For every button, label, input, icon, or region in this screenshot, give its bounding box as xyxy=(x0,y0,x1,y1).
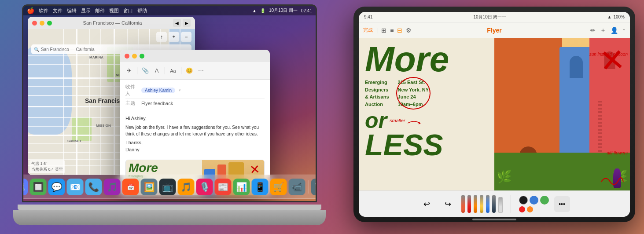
datetime: 10月10日 周一 xyxy=(269,7,298,14)
email-greeting: Hi Ashley, xyxy=(125,115,265,122)
pencil-tool[interactable] xyxy=(480,195,483,213)
apple-menu[interactable]: 🍎 xyxy=(27,7,34,14)
map-zoom-out-button[interactable]: − xyxy=(181,32,191,42)
pen-red-tool[interactable] xyxy=(467,195,471,213)
menu-item-format[interactable]: 视图 xyxy=(109,7,119,14)
add-button[interactable]: ＋ xyxy=(600,26,606,34)
color-blue[interactable] xyxy=(530,196,538,205)
email-body[interactable]: Hi Ashley, New job on the flyer. I have … xyxy=(120,111,270,157)
email-closing: Thanks, xyxy=(125,139,265,146)
map-back-button[interactable]: ◀ xyxy=(173,19,181,27)
ipad-nav-right: ✏ ＋ 👤 ↑ xyxy=(590,26,626,34)
more-tools-button[interactable]: ••• xyxy=(554,196,570,212)
plant-left: 🌿 xyxy=(497,169,512,184)
dock-numbers[interactable]: 📊 xyxy=(233,179,250,195)
map-zoom-in-button[interactable]: + xyxy=(169,32,179,42)
nav-separator: | xyxy=(376,27,378,33)
attach-button[interactable]: 📎 xyxy=(141,66,150,75)
ipad-less-text: LESS xyxy=(365,132,488,158)
email-minimize-button[interactable] xyxy=(132,54,137,58)
done-button[interactable]: 完成 xyxy=(363,27,373,33)
dock-news[interactable]: 📰 xyxy=(215,179,232,195)
dock-trash[interactable]: 🗑️ xyxy=(311,179,317,195)
colors-row-2 xyxy=(519,206,549,212)
dock-capture[interactable]: 📹 xyxy=(289,179,305,195)
toolbar-separator-2 xyxy=(165,67,165,74)
settings-icon[interactable]: ⚙ xyxy=(406,27,412,34)
map-share-button[interactable]: ↑ xyxy=(156,32,167,42)
annotation-arrow-svg xyxy=(408,120,421,126)
menu-item-window[interactable]: 窗口 xyxy=(123,7,133,14)
more-options-button[interactable]: ⋯ xyxy=(196,66,205,75)
email-message: New job on the flyer. I have a few sugge… xyxy=(125,124,265,137)
dock-tv[interactable]: 📺 xyxy=(159,179,176,195)
email-maximize-button[interactable] xyxy=(140,54,144,58)
building-blue xyxy=(559,47,593,169)
drawing-tools xyxy=(461,195,503,213)
table-view-icon[interactable]: ⊟ xyxy=(397,27,402,34)
menu-item-app[interactable]: 软件 xyxy=(39,7,48,14)
ipad-body: 9:41 10月10日 周一一 ▲ 100% 完成 | ⊞ ≡ ⊟ ⚙ xyxy=(353,7,635,222)
squiggle-annotation xyxy=(599,173,626,186)
dock-calendar[interactable]: 📅 18 xyxy=(122,179,139,195)
grid-view-icon[interactable]: ⊞ xyxy=(381,27,386,34)
sun-annotation: sun instead of noon xyxy=(589,51,628,57)
person-icon[interactable]: 👤 xyxy=(611,27,618,34)
format-button[interactable]: A xyxy=(152,66,161,75)
dock-facetime[interactable]: 📞 xyxy=(85,179,102,195)
recipient-expand-icon[interactable]: ▼ xyxy=(178,88,181,92)
dock-mail[interactable]: 📧 xyxy=(67,179,84,195)
dock-contacts[interactable]: 🎵 xyxy=(104,179,121,195)
dock-launchpad[interactable]: 🔲 xyxy=(30,179,47,195)
dock-messages[interactable]: 💬 xyxy=(48,179,65,195)
menu-item-edit[interactable]: 编辑 xyxy=(67,7,77,14)
pen-orange-tool[interactable] xyxy=(474,195,477,213)
diff-flowers-annotation: diff flowers xyxy=(607,150,628,155)
pencil-icon[interactable]: ✏ xyxy=(590,27,596,34)
home-bar[interactable] xyxy=(472,219,516,220)
ipad-bottom-toolbar: ↩ ↪ xyxy=(359,190,630,217)
menu-item-view[interactable]: 显示 xyxy=(81,7,91,14)
color-green[interactable] xyxy=(540,196,549,205)
emoji-button[interactable]: 😊 xyxy=(185,66,194,75)
send-button[interactable]: ✈ xyxy=(125,66,133,75)
email-titlebar xyxy=(120,50,270,62)
brush-blue-tool[interactable] xyxy=(486,195,489,213)
maximize-button[interactable] xyxy=(47,21,52,26)
close-button[interactable] xyxy=(32,21,37,26)
recipient-chip[interactable]: Ashley Kamin xyxy=(141,88,175,93)
menu-bar: 🍎 软件 文件 编辑 显示 邮件 视图 窗口 帮助 ▲ 🔋 10月10日 周一 … xyxy=(23,6,316,15)
color-red[interactable] xyxy=(519,206,525,212)
dock-appstore[interactable]: 📱 xyxy=(252,179,269,195)
map-water xyxy=(28,47,72,135)
menu-item-help[interactable]: 帮助 xyxy=(137,7,147,14)
list-view-icon[interactable]: ≡ xyxy=(390,27,394,34)
ellipsis-icon: ••• xyxy=(559,201,565,208)
dock-photos[interactable]: 🖼️ xyxy=(141,179,158,195)
eraser-tool[interactable] xyxy=(498,197,503,213)
map-forward-button[interactable]: ▶ xyxy=(183,19,191,27)
minimize-button[interactable] xyxy=(40,21,44,26)
share-icon[interactable]: ↑ xyxy=(622,27,626,34)
marker-tool[interactable] xyxy=(461,195,465,213)
color-black[interactable] xyxy=(519,196,528,205)
toolbar-separator-1 xyxy=(137,67,137,74)
redo-button[interactable]: ↪ xyxy=(440,196,456,212)
font-button[interactable]: Aa xyxy=(169,66,177,75)
map-status: 气温 1.6° 当然关系 0.4 英里 xyxy=(29,160,65,173)
email-to-row: 收件人 Ashley Kamin ▼ xyxy=(125,82,265,99)
menu-bar-left: 🍎 软件 文件 编辑 显示 邮件 视图 窗口 帮助 xyxy=(27,7,147,14)
menu-item-mail[interactable]: 邮件 xyxy=(95,7,105,14)
undo-button[interactable]: ↩ xyxy=(419,196,435,212)
dock-home[interactable]: 🛒 xyxy=(270,179,287,195)
color-orange[interactable] xyxy=(527,206,533,212)
dock-music[interactable]: 🎵 xyxy=(178,179,195,195)
dock-finder[interactable]: 🗺️ xyxy=(22,179,28,195)
dark-tool[interactable] xyxy=(492,195,496,213)
dock-podcast[interactable]: 🎙️ xyxy=(196,179,213,195)
menu-bar-right: ▲ 🔋 10月10日 周一 02:41 xyxy=(252,7,312,14)
email-close-button[interactable] xyxy=(125,54,129,58)
menu-item-file[interactable]: 文件 xyxy=(53,7,63,14)
macbook-base-hinge xyxy=(18,205,321,210)
ipad-screen: 9:41 10月10日 周一一 ▲ 100% 完成 | ⊞ ≡ ⊟ ⚙ xyxy=(359,12,630,217)
